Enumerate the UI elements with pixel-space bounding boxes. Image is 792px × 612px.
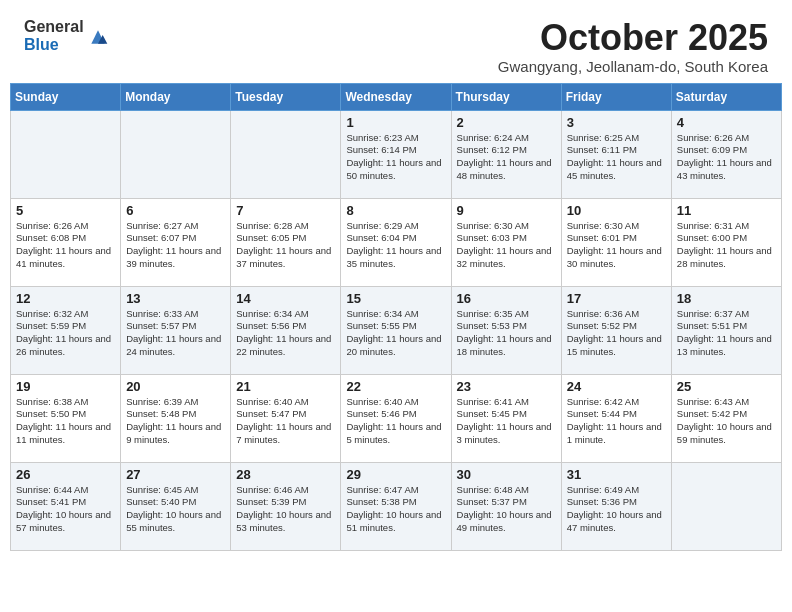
day-number: 12 <box>16 291 115 306</box>
logo-icon <box>88 27 108 47</box>
day-info: Sunrise: 6:36 AM Sunset: 5:52 PM Dayligh… <box>567 308 666 359</box>
day-number: 11 <box>677 203 776 218</box>
calendar-cell: 27Sunrise: 6:45 AM Sunset: 5:40 PM Dayli… <box>121 462 231 550</box>
calendar-cell: 13Sunrise: 6:33 AM Sunset: 5:57 PM Dayli… <box>121 286 231 374</box>
day-info: Sunrise: 6:44 AM Sunset: 5:41 PM Dayligh… <box>16 484 115 535</box>
calendar-cell: 6Sunrise: 6:27 AM Sunset: 6:07 PM Daylig… <box>121 198 231 286</box>
day-info: Sunrise: 6:27 AM Sunset: 6:07 PM Dayligh… <box>126 220 225 271</box>
calendar-cell: 24Sunrise: 6:42 AM Sunset: 5:44 PM Dayli… <box>561 374 671 462</box>
calendar-cell: 23Sunrise: 6:41 AM Sunset: 5:45 PM Dayli… <box>451 374 561 462</box>
calendar-cell <box>671 462 781 550</box>
calendar-cell: 31Sunrise: 6:49 AM Sunset: 5:36 PM Dayli… <box>561 462 671 550</box>
day-number: 21 <box>236 379 335 394</box>
calendar-cell: 19Sunrise: 6:38 AM Sunset: 5:50 PM Dayli… <box>11 374 121 462</box>
col-header-tuesday: Tuesday <box>231 83 341 110</box>
calendar-week-row: 1Sunrise: 6:23 AM Sunset: 6:14 PM Daylig… <box>11 110 782 198</box>
calendar-header-row: SundayMondayTuesdayWednesdayThursdayFrid… <box>11 83 782 110</box>
day-info: Sunrise: 6:30 AM Sunset: 6:01 PM Dayligh… <box>567 220 666 271</box>
day-number: 18 <box>677 291 776 306</box>
day-number: 15 <box>346 291 445 306</box>
logo-blue: Blue <box>24 36 84 54</box>
day-info: Sunrise: 6:23 AM Sunset: 6:14 PM Dayligh… <box>346 132 445 183</box>
calendar-cell: 3Sunrise: 6:25 AM Sunset: 6:11 PM Daylig… <box>561 110 671 198</box>
day-info: Sunrise: 6:39 AM Sunset: 5:48 PM Dayligh… <box>126 396 225 447</box>
day-number: 10 <box>567 203 666 218</box>
day-info: Sunrise: 6:35 AM Sunset: 5:53 PM Dayligh… <box>457 308 556 359</box>
calendar-cell <box>121 110 231 198</box>
calendar-cell: 1Sunrise: 6:23 AM Sunset: 6:14 PM Daylig… <box>341 110 451 198</box>
day-number: 31 <box>567 467 666 482</box>
day-number: 9 <box>457 203 556 218</box>
day-number: 2 <box>457 115 556 130</box>
logo-general: General <box>24 18 84 36</box>
calendar-cell: 16Sunrise: 6:35 AM Sunset: 5:53 PM Dayli… <box>451 286 561 374</box>
calendar-table: SundayMondayTuesdayWednesdayThursdayFrid… <box>10 83 782 551</box>
day-number: 17 <box>567 291 666 306</box>
calendar-cell: 11Sunrise: 6:31 AM Sunset: 6:00 PM Dayli… <box>671 198 781 286</box>
day-number: 29 <box>346 467 445 482</box>
calendar-cell: 2Sunrise: 6:24 AM Sunset: 6:12 PM Daylig… <box>451 110 561 198</box>
title-section: October 2025 Gwangyang, Jeollanam-do, So… <box>498 18 768 75</box>
calendar-cell: 10Sunrise: 6:30 AM Sunset: 6:01 PM Dayli… <box>561 198 671 286</box>
col-header-sunday: Sunday <box>11 83 121 110</box>
col-header-saturday: Saturday <box>671 83 781 110</box>
calendar-week-row: 12Sunrise: 6:32 AM Sunset: 5:59 PM Dayli… <box>11 286 782 374</box>
day-info: Sunrise: 6:38 AM Sunset: 5:50 PM Dayligh… <box>16 396 115 447</box>
day-number: 13 <box>126 291 225 306</box>
day-info: Sunrise: 6:34 AM Sunset: 5:55 PM Dayligh… <box>346 308 445 359</box>
day-info: Sunrise: 6:48 AM Sunset: 5:37 PM Dayligh… <box>457 484 556 535</box>
calendar-cell: 17Sunrise: 6:36 AM Sunset: 5:52 PM Dayli… <box>561 286 671 374</box>
day-number: 14 <box>236 291 335 306</box>
day-info: Sunrise: 6:47 AM Sunset: 5:38 PM Dayligh… <box>346 484 445 535</box>
location: Gwangyang, Jeollanam-do, South Korea <box>498 58 768 75</box>
day-number: 22 <box>346 379 445 394</box>
day-info: Sunrise: 6:29 AM Sunset: 6:04 PM Dayligh… <box>346 220 445 271</box>
logo: General Blue <box>24 18 108 53</box>
day-number: 6 <box>126 203 225 218</box>
day-info: Sunrise: 6:26 AM Sunset: 6:09 PM Dayligh… <box>677 132 776 183</box>
calendar-week-row: 19Sunrise: 6:38 AM Sunset: 5:50 PM Dayli… <box>11 374 782 462</box>
day-number: 23 <box>457 379 556 394</box>
calendar-cell: 26Sunrise: 6:44 AM Sunset: 5:41 PM Dayli… <box>11 462 121 550</box>
day-info: Sunrise: 6:24 AM Sunset: 6:12 PM Dayligh… <box>457 132 556 183</box>
day-info: Sunrise: 6:45 AM Sunset: 5:40 PM Dayligh… <box>126 484 225 535</box>
day-info: Sunrise: 6:33 AM Sunset: 5:57 PM Dayligh… <box>126 308 225 359</box>
month-title: October 2025 <box>498 18 768 58</box>
day-info: Sunrise: 6:49 AM Sunset: 5:36 PM Dayligh… <box>567 484 666 535</box>
day-info: Sunrise: 6:31 AM Sunset: 6:00 PM Dayligh… <box>677 220 776 271</box>
calendar-cell <box>231 110 341 198</box>
calendar-cell: 30Sunrise: 6:48 AM Sunset: 5:37 PM Dayli… <box>451 462 561 550</box>
day-info: Sunrise: 6:26 AM Sunset: 6:08 PM Dayligh… <box>16 220 115 271</box>
day-info: Sunrise: 6:37 AM Sunset: 5:51 PM Dayligh… <box>677 308 776 359</box>
day-info: Sunrise: 6:43 AM Sunset: 5:42 PM Dayligh… <box>677 396 776 447</box>
day-number: 19 <box>16 379 115 394</box>
day-number: 25 <box>677 379 776 394</box>
day-number: 7 <box>236 203 335 218</box>
calendar-cell: 20Sunrise: 6:39 AM Sunset: 5:48 PM Dayli… <box>121 374 231 462</box>
calendar-week-row: 26Sunrise: 6:44 AM Sunset: 5:41 PM Dayli… <box>11 462 782 550</box>
day-number: 27 <box>126 467 225 482</box>
calendar-cell: 21Sunrise: 6:40 AM Sunset: 5:47 PM Dayli… <box>231 374 341 462</box>
calendar-cell: 18Sunrise: 6:37 AM Sunset: 5:51 PM Dayli… <box>671 286 781 374</box>
day-info: Sunrise: 6:32 AM Sunset: 5:59 PM Dayligh… <box>16 308 115 359</box>
calendar-cell: 9Sunrise: 6:30 AM Sunset: 6:03 PM Daylig… <box>451 198 561 286</box>
col-header-wednesday: Wednesday <box>341 83 451 110</box>
day-info: Sunrise: 6:30 AM Sunset: 6:03 PM Dayligh… <box>457 220 556 271</box>
day-number: 1 <box>346 115 445 130</box>
calendar-cell: 25Sunrise: 6:43 AM Sunset: 5:42 PM Dayli… <box>671 374 781 462</box>
day-number: 26 <box>16 467 115 482</box>
calendar-cell: 15Sunrise: 6:34 AM Sunset: 5:55 PM Dayli… <box>341 286 451 374</box>
day-number: 30 <box>457 467 556 482</box>
col-header-monday: Monday <box>121 83 231 110</box>
calendar-cell: 29Sunrise: 6:47 AM Sunset: 5:38 PM Dayli… <box>341 462 451 550</box>
calendar-cell: 28Sunrise: 6:46 AM Sunset: 5:39 PM Dayli… <box>231 462 341 550</box>
day-info: Sunrise: 6:42 AM Sunset: 5:44 PM Dayligh… <box>567 396 666 447</box>
header: General Blue October 2025 Gwangyang, Jeo… <box>0 0 792 83</box>
day-number: 4 <box>677 115 776 130</box>
day-number: 28 <box>236 467 335 482</box>
calendar-cell: 12Sunrise: 6:32 AM Sunset: 5:59 PM Dayli… <box>11 286 121 374</box>
day-number: 5 <box>16 203 115 218</box>
calendar-week-row: 5Sunrise: 6:26 AM Sunset: 6:08 PM Daylig… <box>11 198 782 286</box>
logo-text: General Blue <box>24 18 84 53</box>
day-number: 20 <box>126 379 225 394</box>
